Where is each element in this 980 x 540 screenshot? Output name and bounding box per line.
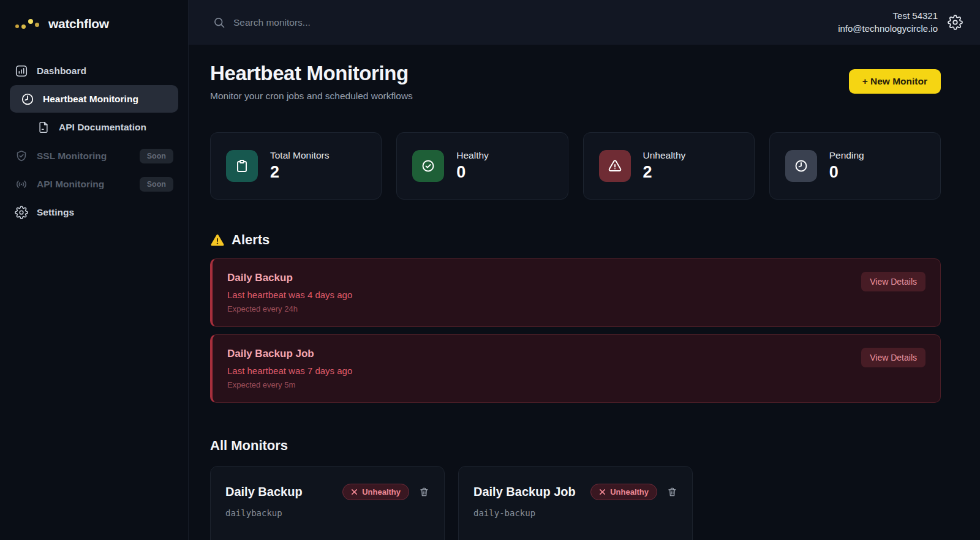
sidebar-item-dashboard[interactable]: Dashboard (0, 57, 188, 85)
sidebar-item-label: SSL Monitoring (37, 151, 107, 162)
clock-icon (785, 150, 817, 182)
stat-value: 2 (643, 163, 686, 182)
status-label: Unhealthy (610, 487, 649, 497)
search-bar (189, 17, 838, 29)
sidebar-item-label: API Documentation (59, 122, 146, 133)
brand-logo: watchflow (0, 0, 188, 31)
sidebar-item-label: Heartbeat Monitoring (43, 94, 138, 105)
sidebar-nav: Dashboard Heartbeat Monitoring API Docum… (0, 57, 188, 227)
sidebar: watchflow Dashboard Heartbeat Monitoring… (0, 0, 189, 540)
x-icon (351, 489, 358, 495)
clock-icon (21, 92, 34, 106)
stat-value: 2 (270, 163, 329, 182)
search-input[interactable] (233, 17, 491, 28)
alerts-heading-label: Alerts (232, 232, 270, 248)
document-icon (37, 121, 50, 134)
alert-title: Daily Backup (227, 272, 925, 284)
monitor-slug: dailybackup (225, 508, 429, 518)
stat-label: Pending (829, 150, 864, 161)
all-monitors-heading: All Monitors (210, 438, 941, 454)
account-info: Test 54321 info@technologycircle.io (838, 10, 938, 35)
status-badge: Unhealthy (342, 484, 409, 500)
alerts-heading: Alerts (210, 232, 941, 248)
view-details-button[interactable]: View Details (861, 348, 925, 367)
gear-icon (15, 206, 28, 219)
monitor-name: Daily Backup (225, 485, 303, 499)
alert-card: Daily Backup Last heartbeat was 4 days a… (210, 258, 941, 327)
warning-triangle-icon (599, 150, 631, 182)
stat-label: Total Monitors (270, 150, 329, 161)
search-icon (213, 17, 225, 29)
check-circle-icon (412, 150, 444, 182)
sidebar-item-label: Settings (37, 207, 74, 218)
sidebar-item-ssl-monitoring[interactable]: SSL Monitoring Soon (0, 142, 188, 170)
alert-expected: Expected every 24h (227, 304, 925, 313)
stats-row: Total Monitors 2 Healthy 0 Unhealthy 2 (210, 132, 941, 200)
status-label: Unhealthy (362, 487, 401, 497)
shield-icon (15, 149, 28, 163)
stat-card-total-monitors: Total Monitors 2 (210, 132, 382, 200)
stat-card-unhealthy: Unhealthy 2 (583, 132, 755, 200)
stat-value: 0 (829, 163, 864, 182)
alert-title: Daily Backup Job (227, 348, 925, 360)
page-title: Heartbeat Monitoring (210, 62, 413, 85)
sidebar-item-heartbeat-monitoring[interactable]: Heartbeat Monitoring (10, 85, 178, 113)
soon-badge: Soon (140, 149, 173, 163)
monitor-name: Daily Backup Job (473, 485, 576, 499)
account-area: Test 54321 info@technologycircle.io (838, 10, 980, 35)
brand-name: watchflow (48, 17, 109, 31)
stat-card-healthy: Healthy 0 (396, 132, 568, 200)
sidebar-item-label: Dashboard (37, 66, 86, 77)
account-email: info@technologycircle.io (838, 23, 938, 36)
stat-label: Healthy (456, 150, 489, 161)
alert-message: Last heartbeat was 7 days ago (227, 366, 925, 376)
trash-icon[interactable] (419, 487, 429, 497)
trash-icon[interactable] (667, 487, 677, 497)
stat-card-pending: Pending 0 (769, 132, 941, 200)
page-header: Heartbeat Monitoring Monitor your cron j… (210, 62, 941, 102)
broadcast-icon (15, 178, 28, 191)
alert-message: Last heartbeat was 4 days ago (227, 290, 925, 300)
stat-value: 0 (456, 163, 489, 182)
clipboard-icon (226, 150, 258, 182)
settings-gear-icon[interactable] (948, 15, 963, 30)
alert-card: Daily Backup Job Last heartbeat was 7 da… (210, 334, 941, 403)
alert-expected: Expected every 5m (227, 380, 925, 389)
sidebar-item-label: API Monitoring (37, 179, 104, 190)
view-details-button[interactable]: View Details (861, 272, 925, 291)
main-content: Heartbeat Monitoring Monitor your cron j… (189, 45, 980, 540)
topbar: Test 54321 info@technologycircle.io (189, 0, 980, 45)
alert-warning-icon (210, 233, 225, 247)
sidebar-item-api-monitoring[interactable]: API Monitoring Soon (0, 170, 188, 198)
status-badge: Unhealthy (590, 484, 657, 500)
x-icon (599, 489, 606, 495)
watchflow-dots-icon (15, 17, 40, 31)
monitor-card: Daily Backup Job Unhealthy daily-backup (458, 466, 693, 540)
soon-badge: Soon (140, 177, 173, 192)
monitor-grid: Daily Backup Unhealthy dailybackup Daily… (210, 466, 941, 540)
new-monitor-button[interactable]: + New Monitor (849, 69, 941, 94)
sidebar-item-settings[interactable]: Settings (0, 198, 188, 227)
bar-chart-icon (15, 64, 28, 78)
page-subtitle: Monitor your cron jobs and scheduled wor… (210, 91, 413, 102)
monitor-card: Daily Backup Unhealthy dailybackup (210, 466, 445, 540)
sidebar-item-api-documentation[interactable]: API Documentation (0, 113, 188, 142)
stat-label: Unhealthy (643, 150, 686, 161)
monitor-slug: daily-backup (473, 508, 677, 518)
account-name: Test 54321 (838, 10, 938, 23)
